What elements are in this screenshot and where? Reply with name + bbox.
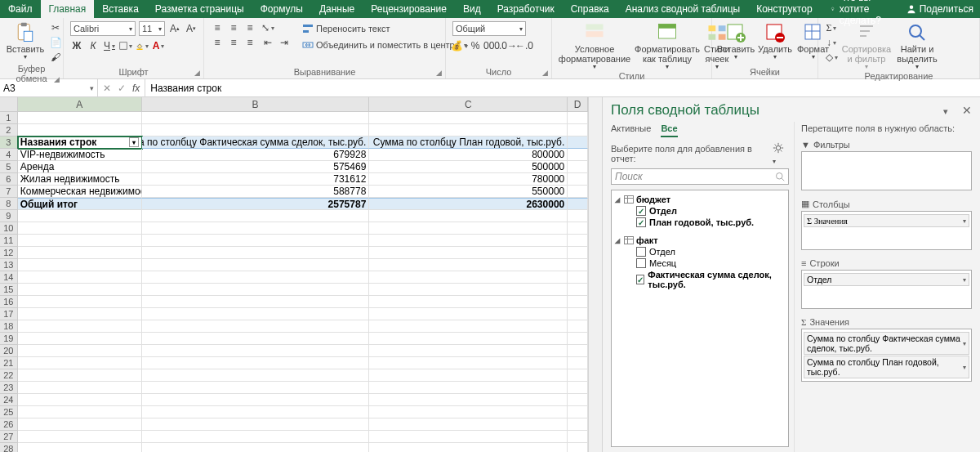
comma-format-icon[interactable]: 000	[485, 39, 498, 52]
number-launcher[interactable]: ◢	[542, 69, 548, 77]
row-header[interactable]: 22	[0, 369, 18, 382]
zone-values-item[interactable]: Сумма по столбцу Фактическая сумма сдело…	[804, 332, 969, 355]
cell[interactable]: 780000	[369, 173, 568, 186]
increase-decimal-icon[interactable]: .0→	[501, 39, 514, 52]
row-header[interactable]: 6	[0, 173, 18, 186]
cell[interactable]	[369, 308, 568, 320]
cell[interactable]	[568, 406, 588, 418]
fill-color-button[interactable]	[136, 39, 149, 52]
row-header[interactable]: 7	[0, 186, 18, 198]
sort-filter-button[interactable]: Сортировка и фильтр▾	[843, 21, 890, 71]
cell[interactable]	[568, 394, 588, 406]
fx-icon[interactable]: fx	[132, 83, 140, 94]
cell[interactable]: Названия строк▾	[18, 136, 142, 149]
cell[interactable]	[568, 198, 588, 210]
conditional-formatting-button[interactable]: Условное форматирование▾	[559, 21, 630, 71]
font-size-combo[interactable]: 11▾	[139, 21, 165, 36]
cell[interactable]: Сумма по столбцу Фактическая сумма сдело…	[142, 136, 369, 149]
cell[interactable]	[568, 173, 588, 186]
cell[interactable]	[369, 284, 568, 296]
cut-icon[interactable]: ✂	[49, 21, 62, 34]
find-select-button[interactable]: Найти и выделить▾	[895, 21, 939, 71]
cell[interactable]	[568, 296, 588, 308]
clear-icon[interactable]: ◇	[825, 51, 838, 64]
cell[interactable]	[142, 320, 369, 333]
row-header[interactable]: 1	[0, 112, 18, 124]
cell[interactable]: Сумма по столбцу План годовой, тыс.руб.	[369, 136, 568, 149]
cell[interactable]	[18, 320, 142, 333]
cell[interactable]	[142, 235, 369, 247]
row-header[interactable]: 15	[0, 284, 18, 296]
paste-button[interactable]: Вставить▾	[7, 21, 44, 61]
cell[interactable]	[568, 345, 588, 357]
cell[interactable]	[568, 284, 588, 296]
cell[interactable]	[142, 345, 369, 357]
row-header[interactable]: 4	[0, 149, 18, 161]
row-header[interactable]: 3	[0, 136, 18, 149]
worksheet[interactable]: A B C D 123Названия строк▾Сумма по столб…	[0, 97, 588, 452]
tab-view[interactable]: Вид	[455, 0, 489, 18]
cell[interactable]	[18, 222, 142, 235]
field-item[interactable]: Месяц	[613, 257, 786, 269]
cell[interactable]: 679928	[142, 149, 369, 161]
cell[interactable]	[568, 112, 588, 124]
cell[interactable]	[142, 333, 369, 345]
cell[interactable]	[142, 112, 369, 124]
cell[interactable]	[568, 235, 588, 247]
cell[interactable]	[568, 136, 588, 149]
delete-cells-button[interactable]: Удалить▾	[758, 21, 792, 61]
cell[interactable]	[142, 247, 369, 259]
cell[interactable]	[568, 382, 588, 394]
cell[interactable]	[142, 222, 369, 235]
autosum-icon[interactable]: Σ	[825, 21, 838, 34]
merge-center-button[interactable]: Объединить и поместить в центре	[302, 38, 467, 52]
align-left-icon[interactable]: ≡	[211, 36, 224, 49]
cell[interactable]	[142, 406, 369, 418]
pivot-pane-close[interactable]: ✕	[962, 104, 972, 117]
cell[interactable]	[568, 271, 588, 284]
row-header[interactable]: 19	[0, 333, 18, 345]
cell[interactable]	[369, 345, 568, 357]
cell[interactable]	[568, 259, 588, 271]
zone-rows[interactable]: Отдел▾	[801, 270, 972, 309]
cell[interactable]	[18, 296, 142, 308]
insert-cells-button[interactable]: Вставить▾	[719, 21, 753, 61]
cell[interactable]	[18, 394, 142, 406]
cell[interactable]	[18, 259, 142, 271]
row-header[interactable]: 14	[0, 271, 18, 284]
cell[interactable]	[142, 443, 369, 452]
accounting-format-icon[interactable]: 💰	[452, 39, 466, 52]
zone-filters[interactable]	[801, 151, 972, 190]
cell[interactable]: Общий итог	[18, 198, 142, 210]
pivot-tab-all[interactable]: Все	[661, 123, 677, 137]
tab-developer[interactable]: Разработчик	[489, 0, 563, 18]
cell[interactable]	[369, 247, 568, 259]
cell[interactable]	[369, 406, 568, 418]
row-header[interactable]: 11	[0, 235, 18, 247]
row-header[interactable]: 21	[0, 357, 18, 369]
cell[interactable]	[568, 247, 588, 259]
select-all-corner[interactable]	[0, 97, 18, 111]
row-header[interactable]: 12	[0, 247, 18, 259]
row-header[interactable]: 23	[0, 382, 18, 394]
format-as-table-button[interactable]: Форматировать как таблицу▾	[635, 21, 699, 71]
cell[interactable]: 731612	[142, 173, 369, 186]
cell[interactable]	[18, 382, 142, 394]
cell[interactable]	[18, 369, 142, 382]
cell[interactable]	[18, 333, 142, 345]
align-middle-icon[interactable]: ≡	[227, 21, 240, 34]
col-header-A[interactable]: A	[18, 97, 142, 111]
row-header[interactable]: 10	[0, 222, 18, 235]
cell[interactable]	[369, 431, 568, 443]
confirm-formula-icon[interactable]: ✓	[118, 83, 126, 94]
cell[interactable]	[568, 443, 588, 452]
cell[interactable]	[568, 418, 588, 431]
pivot-settings-button[interactable]: ▾	[773, 142, 789, 165]
cell[interactable]	[18, 357, 142, 369]
col-header-C[interactable]: C	[369, 97, 568, 111]
row-header[interactable]: 2	[0, 124, 18, 136]
cell[interactable]	[142, 357, 369, 369]
cell[interactable]	[142, 259, 369, 271]
cell[interactable]	[142, 124, 369, 136]
tab-home[interactable]: Главная	[41, 0, 95, 18]
